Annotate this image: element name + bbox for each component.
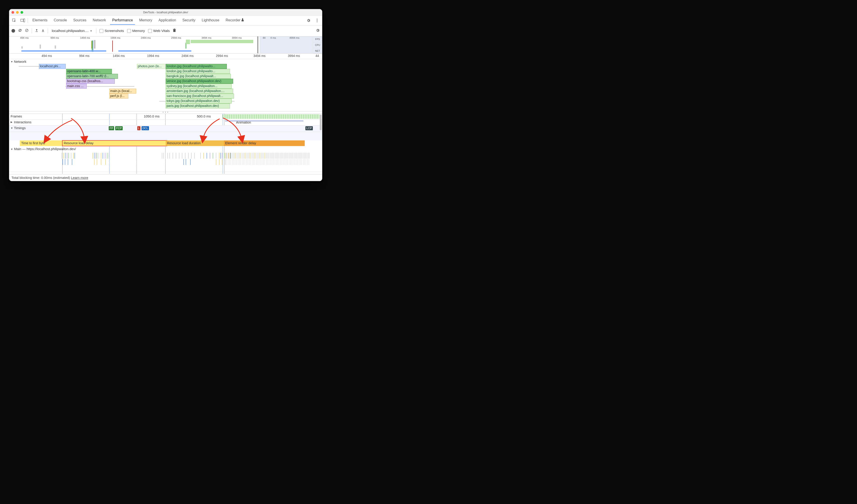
svg-rect-8 xyxy=(36,32,38,32)
scrollbar-thumb[interactable] xyxy=(320,115,322,130)
timing-marker-lcp[interactable]: LCP xyxy=(305,126,313,130)
kebab-menu-icon[interactable] xyxy=(314,17,321,24)
lcp-phase-row[interactable]: Time to first byteResource load delayRes… xyxy=(9,140,322,146)
disclosure-down-icon: ▼ xyxy=(11,60,13,63)
window-close-icon[interactable] xyxy=(12,11,14,14)
overview-tick: 3994 ms xyxy=(232,36,242,39)
screenshots-toggle[interactable]: Screenshots xyxy=(99,29,124,33)
checkbox-icon xyxy=(148,29,152,33)
network-lane-header[interactable]: ▼ Network xyxy=(9,59,322,64)
device-toolbar-icon[interactable] xyxy=(19,17,26,24)
tab-security[interactable]: Security xyxy=(179,16,199,24)
lcp-phase[interactable]: Time to first byte xyxy=(20,140,64,146)
timing-marker-dcl[interactable]: DCL xyxy=(141,126,149,130)
tab-performance[interactable]: Performance xyxy=(109,16,136,24)
overview-tick: 494 ms xyxy=(20,36,29,39)
cpu-label: CPU xyxy=(313,42,322,48)
panel-settings-icon[interactable] xyxy=(316,28,320,33)
tab-memory[interactable]: Memory xyxy=(136,16,155,24)
timings-spacer xyxy=(9,132,322,140)
overview-tick: 1994 ms xyxy=(111,36,120,39)
window-zoom-icon[interactable] xyxy=(20,11,23,14)
separator xyxy=(48,28,48,33)
svg-line-7 xyxy=(26,30,28,31)
network-request[interactable]: london.jpg (localhost.philipwalto... xyxy=(166,69,230,74)
upload-icon[interactable] xyxy=(35,29,38,33)
network-request[interactable]: main.js (local... xyxy=(110,89,136,94)
webvitals-label: Web Vitals xyxy=(153,29,170,33)
svg-rect-9 xyxy=(42,32,44,32)
tab-console[interactable]: Console xyxy=(51,16,70,24)
network-request[interactable]: venice.jpg (localhost.philipwalton.dev) xyxy=(166,79,233,84)
trash-icon[interactable] xyxy=(173,29,176,33)
record-icon[interactable] xyxy=(12,29,15,33)
profile-select[interactable]: localhost.philipwalton.... ▼ xyxy=(51,28,93,34)
tab-network[interactable]: Network xyxy=(89,16,109,24)
network-request[interactable]: photos.json (lo... xyxy=(137,64,165,69)
overview-tick: 2494 ms xyxy=(141,36,151,39)
network-request[interactable]: bangkok.jpg (localhost.philipwalt... xyxy=(166,74,231,79)
blocking-time-label: Total blocking time: 0.00ms (estimated) xyxy=(12,176,70,180)
webvitals-toggle[interactable]: Web Vitals xyxy=(148,29,170,33)
network-request[interactable]: san-francisco.jpg (localhost.philipwalt.… xyxy=(166,94,234,99)
overview-tick: 1494 ms xyxy=(80,36,90,39)
network-request[interactable]: perf.js (l... xyxy=(110,94,128,99)
clear-icon[interactable] xyxy=(25,29,29,33)
panel-tabs: ElementsConsoleSourcesNetworkPerformance… xyxy=(9,16,322,26)
learn-more-link[interactable]: Learn more xyxy=(71,176,88,180)
frames-lane[interactable]: Frames 1050.0 ms 500.0 ms xyxy=(9,114,322,120)
network-request[interactable]: opensans-latin-700.woff2 (l... xyxy=(66,74,118,79)
timing-marker-l[interactable]: L xyxy=(137,126,141,130)
main-thread-lane[interactable]: ▼ Main — https://localhost.philipwalton.… xyxy=(9,146,322,172)
svg-rect-2 xyxy=(23,19,25,22)
ruler-right: 44 xyxy=(316,54,319,57)
fps-label: FPS xyxy=(313,36,322,42)
network-request[interactable]: amsterdam.jpg (localhost.philipwalton...… xyxy=(166,89,233,94)
window-minimize-icon[interactable] xyxy=(16,11,19,14)
inspect-element-icon[interactable] xyxy=(11,17,18,24)
time-ruler[interactable]: 44 494 ms994 ms1494 ms1994 ms2494 ms2994… xyxy=(9,53,322,59)
tab-lighthouse[interactable]: Lighthouse xyxy=(199,16,222,24)
devtools-window: DevTools - localhost.philipwalton.dev/ E… xyxy=(9,9,322,181)
network-request[interactable]: paris.jpg (localhost.philipwalton.dev) xyxy=(166,103,230,108)
lcp-phase[interactable]: Resource load delay xyxy=(62,140,167,146)
timings-label: Timings xyxy=(14,126,26,130)
disclosure-down-icon: ▼ xyxy=(11,127,13,129)
overview-handle[interactable] xyxy=(257,36,258,53)
ruler-tick: 994 ms xyxy=(79,54,89,57)
timing-marker-fp[interactable]: FP xyxy=(109,126,114,130)
reload-icon[interactable] xyxy=(18,29,22,33)
ruler-tick: 1494 ms xyxy=(113,54,125,57)
memory-toggle[interactable]: Memory xyxy=(127,29,145,33)
splitter[interactable]: • • • xyxy=(9,111,322,114)
tab-recorder[interactable]: Recorder xyxy=(222,16,247,24)
overview-tick: 994 ms xyxy=(50,36,59,39)
overview-timeline[interactable]: 494 ms994 ms1494 ms1994 ms2494 ms2994 ms… xyxy=(9,36,322,53)
timing-marker-fcp[interactable]: FCP xyxy=(115,126,123,130)
network-waterfall[interactable]: localhost.phi...opensans-latin-400.w...o… xyxy=(9,64,322,111)
interactions-lane[interactable]: ▶ Interactions Animation xyxy=(9,120,322,125)
settings-icon[interactable] xyxy=(305,17,312,24)
network-request[interactable]: bootstrap.css (localhos... xyxy=(66,79,115,84)
lower-panel: Frames 1050.0 ms 500.0 ms ▶ Interactions… xyxy=(9,114,322,174)
svg-rect-1 xyxy=(21,19,23,21)
network-request[interactable]: localhost.phi... xyxy=(39,64,66,69)
timings-lane[interactable]: ▼ Timings FPFCPLDCLLCP xyxy=(9,125,322,132)
overview-tick: 2994 ms xyxy=(171,36,181,39)
tab-elements[interactable]: Elements xyxy=(29,16,51,24)
ruler-tick: 494 ms xyxy=(41,54,52,57)
network-request[interactable]: sydney.jpg (localhost.philipwalton... xyxy=(166,84,232,89)
network-request[interactable]: main.css ... xyxy=(66,84,87,89)
frame-time-2: 500.0 ms xyxy=(197,114,211,118)
network-request[interactable]: london.jpg (localhost.philipwalto... xyxy=(166,64,227,69)
lcp-phase[interactable]: Element render delay xyxy=(224,140,305,146)
network-request[interactable]: opensans-latin-400.w... xyxy=(66,69,112,74)
disclosure-down-icon: ▼ xyxy=(11,148,13,151)
tab-application[interactable]: Application xyxy=(155,16,179,24)
lcp-phase[interactable]: Resource load duration xyxy=(166,140,225,146)
network-request[interactable]: tokyo.jpg (localhost.philipwalton.dev) xyxy=(166,99,232,103)
traffic-lights xyxy=(12,11,23,14)
tab-sources[interactable]: Sources xyxy=(70,16,89,24)
separator xyxy=(28,18,28,23)
download-icon[interactable] xyxy=(41,29,45,33)
